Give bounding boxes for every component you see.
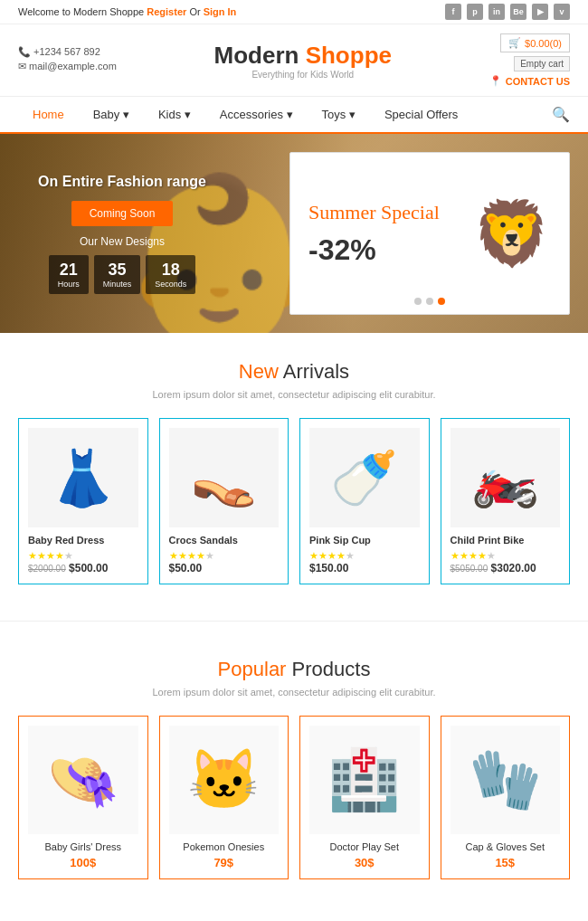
section-divider xyxy=(0,621,588,622)
hero-section: 👶 On Entire Fashion range Coming Soon Ou… xyxy=(0,134,588,333)
behance-icon[interactable]: Be xyxy=(510,4,526,20)
popular-image-1: 🐱 xyxy=(169,726,280,834)
arrivals-text: Arrivals xyxy=(279,360,349,383)
product-name-2: Pink Sip Cup xyxy=(309,535,420,546)
signin-link[interactable]: Sign In xyxy=(204,6,237,17)
popular-products-section: Popular Products Lorem ipsum dolor sit a… xyxy=(0,631,588,907)
popular-card-3[interactable]: 🧤 Cap & Gloves Set 15$ xyxy=(441,716,571,879)
countdown-timer: 21 Hours 35 Minutes 18 Seconds xyxy=(49,255,196,294)
summer-title: Summer Special xyxy=(308,201,440,224)
contact-us-link[interactable]: 📍 CONTACT US xyxy=(489,75,570,87)
countdown-minutes: 35 Minutes xyxy=(94,255,141,294)
nav-home[interactable]: Home xyxy=(18,97,79,134)
popular-price-2: 30$ xyxy=(309,856,420,869)
logo-tagline: Everything for Kids World xyxy=(214,70,392,80)
product-card-2[interactable]: 🍼 Pink Sip Cup ★★★★★ $150.00 xyxy=(299,418,430,584)
header-actions: 🛒 $0.00(0) Empty cart 📍 CONTACT US xyxy=(489,33,570,87)
product-card-3[interactable]: 🏍️ Child Print Bike ★★★★★ $5050.00 $3020… xyxy=(441,418,571,584)
product-name-0: Baby Red Dress xyxy=(28,535,138,546)
countdown-seconds: 18 Seconds xyxy=(146,255,195,294)
new-arrivals-grid: 👗 Baby Red Dress ★★★★★ $2000.00 $500.00 … xyxy=(18,418,570,584)
popular-name-3: Cap & Gloves Set xyxy=(450,841,561,852)
linkedin-icon[interactable]: in xyxy=(488,4,505,20)
site-header: 📞 +1234 567 892 ✉ mail@example.com Moder… xyxy=(0,24,588,97)
popular-card-2[interactable]: 🏥 Doctor Play Set 30$ xyxy=(299,716,430,879)
pin-icon: 📍 xyxy=(489,75,502,87)
dot-1[interactable] xyxy=(414,298,422,305)
new-arrivals-section: New Arrivals Lorem ipsum dolor sit amet,… xyxy=(0,333,588,612)
summer-text: Summer Special -32% xyxy=(308,201,440,267)
summer-toy-image: 🦁 xyxy=(472,202,551,265)
cart-icon: 🛒 xyxy=(508,37,521,49)
nav-special-offers[interactable]: Special Offers xyxy=(370,97,472,132)
product-name-1: Crocs Sandals xyxy=(169,535,280,546)
product-image-2: 🍼 xyxy=(309,428,420,527)
hero-subtitle: Our New Designs xyxy=(80,235,165,248)
mail-icon: ✉ xyxy=(18,61,26,71)
main-nav: Home Baby ▾ Kids ▾ Accessories ▾ Toys ▾ … xyxy=(0,97,588,134)
popular-highlight: Popular xyxy=(218,658,287,680)
popular-card-1[interactable]: 🐱 Pokemon Onesies 79$ xyxy=(159,716,289,879)
new-highlight: New xyxy=(239,360,279,383)
product-image-3: 🏍️ xyxy=(450,428,561,527)
popular-products-grid: 👒 Baby Girls' Dress 100$ 🐱 Pokemon Onesi… xyxy=(18,716,570,879)
nav-kids[interactable]: Kids ▾ xyxy=(144,97,205,132)
product-stars-0: ★★★★★ xyxy=(28,549,138,562)
register-link[interactable]: Register xyxy=(147,6,186,17)
popular-image-2: 🏥 xyxy=(309,726,420,834)
email-info: ✉ mail@example.com xyxy=(18,61,117,72)
product-name-3: Child Print Bike xyxy=(450,535,561,546)
logo-shoppe: Shoppe xyxy=(299,42,392,69)
pinterest-icon[interactable]: p xyxy=(467,4,483,20)
product-image-0: 👗 xyxy=(28,428,138,527)
hero-title: On Entire Fashion range xyxy=(38,174,206,190)
hero-text-block: On Entire Fashion range Coming Soon Our … xyxy=(0,134,244,333)
product-price-2: $150.00 xyxy=(309,562,420,574)
popular-title: Popular Products xyxy=(18,658,570,681)
popular-card-0[interactable]: 👒 Baby Girls' Dress 100$ xyxy=(18,716,148,879)
nav-toys[interactable]: Toys ▾ xyxy=(308,97,370,132)
banner-dots xyxy=(414,298,445,305)
product-image-1: 👡 xyxy=(169,428,280,527)
new-arrivals-subtitle: Lorem ipsum dolor sit amet, consectetur … xyxy=(18,389,570,400)
product-price-0: $2000.00 $500.00 xyxy=(28,562,138,574)
nav-baby[interactable]: Baby ▾ xyxy=(79,97,144,132)
social-links: f p in Be ▶ v xyxy=(445,4,570,20)
youtube-icon[interactable]: ▶ xyxy=(532,4,548,20)
popular-image-0: 👒 xyxy=(28,726,138,834)
phone-icon: 📞 xyxy=(18,46,31,57)
products-text: Products xyxy=(286,658,370,680)
popular-image-3: 🧤 xyxy=(450,726,561,834)
popular-name-1: Pokemon Onesies xyxy=(169,841,280,852)
countdown-hours: 21 Hours xyxy=(49,255,89,294)
popular-subtitle: Lorem ipsum dolor sit amet, consectetur … xyxy=(18,687,570,698)
popular-name-2: Doctor Play Set xyxy=(309,841,420,852)
dot-2[interactable] xyxy=(426,298,433,305)
coming-soon-button[interactable]: Coming Soon xyxy=(71,201,174,226)
popular-name-0: Baby Girls' Dress xyxy=(28,841,138,852)
product-stars-1: ★★★★★ xyxy=(169,549,280,562)
product-price-3: $5050.00 $3020.00 xyxy=(450,562,561,574)
popular-price-0: 100$ xyxy=(28,856,138,869)
vimeo-icon[interactable]: v xyxy=(554,4,570,20)
dot-3[interactable] xyxy=(438,298,445,305)
new-arrivals-title: New Arrivals xyxy=(18,360,570,384)
product-price-1: $50.00 xyxy=(169,562,280,574)
site-logo[interactable]: Modern Shoppe Everything for Kids World xyxy=(214,42,392,80)
cart-button[interactable]: 🛒 $0.00(0) xyxy=(500,33,570,52)
logo-modern: Modern xyxy=(214,42,299,69)
empty-cart-button[interactable]: Empty cart xyxy=(514,56,570,71)
product-stars-3: ★★★★★ xyxy=(450,549,561,562)
search-icon[interactable]: 🔍 xyxy=(552,106,570,123)
product-stars-2: ★★★★★ xyxy=(309,549,420,562)
popular-price-3: 15$ xyxy=(450,856,561,869)
product-card-0[interactable]: 👗 Baby Red Dress ★★★★★ $2000.00 $500.00 xyxy=(18,418,148,584)
summer-banner: Summer Special -32% 🦁 xyxy=(289,152,570,315)
top-bar: Welcome to Modern Shoppe Register Or Sig… xyxy=(0,0,588,24)
facebook-icon[interactable]: f xyxy=(445,4,461,20)
nav-accessories[interactable]: Accessories ▾ xyxy=(205,97,308,132)
popular-price-1: 79$ xyxy=(169,856,280,869)
product-card-1[interactable]: 👡 Crocs Sandals ★★★★★ $50.00 xyxy=(159,418,289,584)
top-bar-welcome: Welcome to Modern Shoppe Register Or Sig… xyxy=(18,6,236,17)
phone-info: 📞 +1234 567 892 xyxy=(18,46,117,58)
